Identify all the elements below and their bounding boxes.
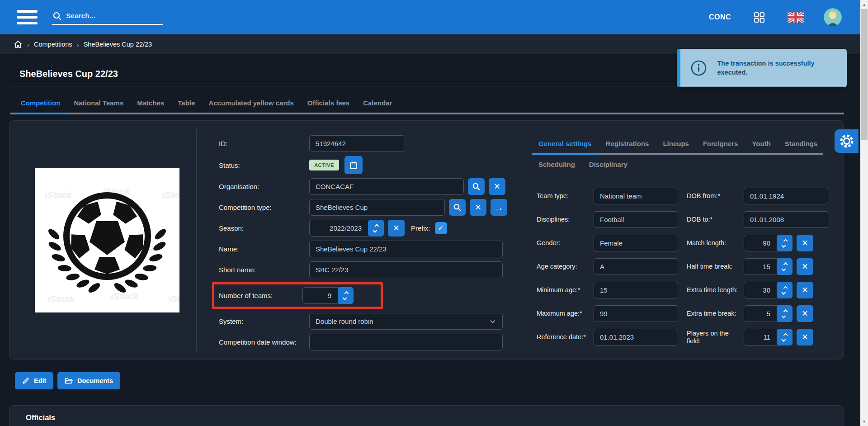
scrollbar-down-arrow[interactable]: ▼ [860, 418, 868, 425]
field-gender: Gender: [537, 235, 686, 251]
players-on-field-clear-button[interactable]: × [797, 329, 813, 346]
team-type-label: Team type: [537, 192, 594, 200]
organisation-clear-button[interactable]: × [489, 178, 505, 195]
settings-tab-standings[interactable]: Standings [785, 140, 818, 147]
half-time-break-clear-button[interactable]: × [797, 258, 813, 275]
info-icon [690, 60, 707, 76]
status-calendar-button[interactable] [344, 156, 363, 174]
tab-accumulated-yellow-cards[interactable]: Accumulated yellow cards [208, 99, 293, 107]
vertical-scrollbar[interactable]: ▲ ▼ [860, 0, 868, 426]
chevron-up-icon [783, 333, 788, 337]
home-icon[interactable] [14, 40, 23, 49]
svg-text:iStock: iStock [47, 294, 75, 304]
settings-tab-youth[interactable]: Youth [752, 140, 770, 147]
organisation-input[interactable] [309, 178, 464, 195]
settings-tab-scheduling[interactable]: Scheduling [538, 161, 575, 168]
competition-type-label: Competition type: [219, 204, 309, 211]
disciplines-input[interactable] [594, 211, 678, 228]
scrollbar-thumb[interactable] [861, 9, 868, 140]
svg-text:iStock: iStock [162, 190, 179, 200]
extra-time-break-stepper[interactable] [777, 305, 793, 322]
half-time-break-stepper[interactable] [777, 258, 793, 275]
match-length-label: Match length: [687, 239, 744, 247]
extra-time-length-clear-button[interactable]: × [797, 282, 813, 298]
id-input[interactable] [309, 135, 405, 152]
main-tabs: Competition National Teams Matches Table… [21, 99, 392, 107]
divider-vertical [522, 129, 522, 351]
age-category-label: Age category: [537, 263, 594, 270]
gender-input[interactable] [594, 235, 678, 251]
field-team-type: Team type: [537, 188, 686, 204]
competition-type-input[interactable] [309, 199, 445, 216]
tab-competition[interactable]: Competition [21, 99, 61, 107]
tab-officials-fees[interactable]: Officials fees [307, 99, 349, 107]
calendar-icon [349, 161, 358, 170]
season-stepper[interactable] [368, 220, 384, 237]
field-extra-time-length: Extra time length: × [687, 282, 843, 298]
reference-date-label: Reference date:* [537, 333, 594, 341]
svg-text:iStock: iStock [45, 190, 72, 200]
number-of-teams-stepper[interactable] [338, 287, 354, 304]
match-length-stepper[interactable] [777, 235, 793, 251]
chevron-up-icon [344, 291, 349, 296]
age-category-input[interactable] [594, 258, 678, 275]
season-clear-button[interactable]: × [388, 220, 405, 237]
hamburger-menu-icon[interactable] [17, 10, 38, 24]
tab-national-teams[interactable]: National Teams [74, 99, 124, 107]
system-select-value[interactable] [309, 313, 503, 330]
maximum-age-label: Maximum age:* [537, 310, 594, 317]
breadcrumb-separator: › [77, 41, 79, 48]
language-flag-uk-icon[interactable] [788, 12, 804, 23]
maximum-age-input[interactable] [594, 305, 678, 322]
competition-type-clear-button[interactable]: × [470, 199, 486, 216]
user-avatar[interactable] [824, 8, 842, 26]
toast-accent-bar [677, 49, 680, 87]
chevron-down-icon [781, 243, 786, 247]
field-players-on-field: Players on the field: × [687, 329, 843, 346]
organisation-code[interactable]: CONC [709, 13, 731, 21]
tabs-underline [10, 113, 844, 114]
chevron-up-icon [783, 239, 788, 243]
tab-matches[interactable]: Matches [137, 99, 164, 107]
dob-to-input[interactable] [744, 211, 828, 228]
short-name-input[interactable] [309, 261, 503, 278]
players-on-field-stepper[interactable] [777, 329, 793, 346]
minimum-age-input[interactable] [594, 282, 678, 298]
settings-gear-button[interactable] [835, 129, 859, 153]
edit-button[interactable]: Edit [15, 372, 53, 389]
prefix-checkbox[interactable]: ✓ [435, 222, 447, 234]
tab-calendar[interactable]: Calendar [363, 99, 392, 107]
dob-from-label: DOB from:* [687, 192, 744, 200]
name-label: Name: [219, 245, 309, 253]
field-season: Season: × Prefix: ✓ [208, 220, 516, 237]
dob-from-input[interactable] [744, 188, 828, 204]
settings-tab-lineups[interactable]: Lineups [663, 140, 689, 147]
field-dob-to: DOB to:* [687, 211, 843, 228]
breadcrumb-competitions[interactable]: Competitions [34, 41, 72, 48]
organisation-search-button[interactable] [468, 178, 485, 195]
tab-table[interactable]: Table [178, 99, 195, 107]
team-type-input[interactable] [594, 188, 678, 204]
prefix-label: Prefix: [411, 224, 430, 232]
name-input[interactable] [309, 241, 503, 257]
apps-grid-icon[interactable] [754, 12, 765, 23]
date-window-input[interactable] [309, 334, 503, 350]
extra-time-length-stepper[interactable] [777, 282, 793, 298]
competition-type-goto-button[interactable]: → [491, 199, 507, 216]
field-organisation: Organisation: × [208, 178, 516, 195]
documents-button[interactable]: Documents [57, 372, 120, 389]
settings-tab-foreigners[interactable]: Foreigners [703, 140, 738, 147]
match-length-clear-button[interactable]: × [797, 235, 813, 251]
search-input[interactable] [66, 12, 152, 20]
svg-text:iStock: iStock [169, 294, 179, 304]
settings-tab-general[interactable]: General settings [538, 140, 592, 147]
scrollbar-up-arrow[interactable]: ▲ [860, 1, 868, 8]
competition-type-search-button[interactable] [449, 199, 466, 216]
global-search [52, 10, 163, 25]
toast-message: The transaction is successfully executed… [717, 59, 839, 77]
settings-tab-registrations[interactable]: Registrations [606, 140, 649, 147]
reference-date-input[interactable] [594, 329, 678, 346]
extra-time-break-clear-button[interactable]: × [797, 305, 813, 322]
system-select[interactable] [309, 313, 503, 330]
settings-tab-disciplinary[interactable]: Disciplinary [589, 161, 627, 168]
